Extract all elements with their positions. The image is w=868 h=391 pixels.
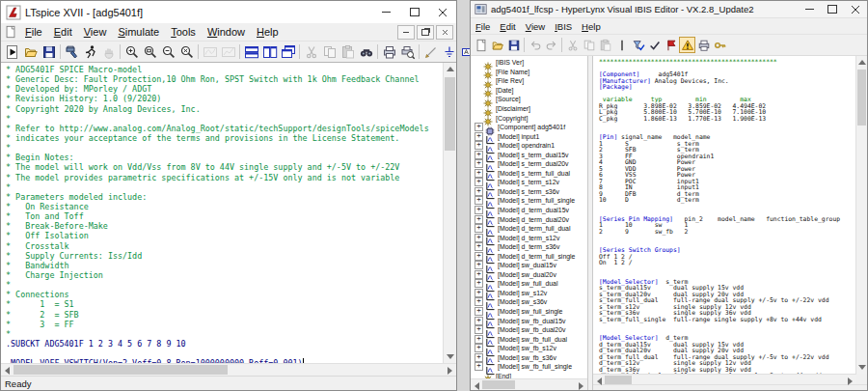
menu-view[interactable]: View: [78, 26, 113, 38]
tree-item[interactable]: +[Model] d_term_s36v: [473, 242, 587, 252]
scroll-left-icon[interactable]: [475, 382, 479, 390]
help-key-icon[interactable]: [712, 37, 728, 53]
tree-item[interactable]: +[Model] input1: [473, 131, 587, 141]
ibis-file-viewer[interactable]: ****************************************…: [593, 56, 855, 374]
scrollbar-thumb[interactable]: [605, 376, 632, 384]
expand-plus-icon[interactable]: +: [475, 159, 483, 168]
redo-icon[interactable]: [543, 37, 559, 53]
find-icon[interactable]: [357, 43, 375, 61]
scroll-left-icon[interactable]: [597, 377, 602, 385]
mdi-restore-icon[interactable]: [417, 25, 434, 40]
scroll-right-icon[interactable]: [579, 382, 583, 390]
ltspice-titlebar[interactable]: LTspice XVII - [adg5401f]: [1, 1, 456, 23]
menu-file[interactable]: File: [471, 21, 495, 32]
check-syntax-icon[interactable]: [646, 37, 663, 53]
tree-item[interactable]: +[Model] sw_full_dual: [473, 279, 587, 289]
tree-item[interactable]: +[Model] sw_fb_s12v: [473, 344, 587, 353]
text-horizontal-scrollbar[interactable]: [593, 374, 856, 384]
tree-item[interactable]: +[Model] sw_fb_full_dual: [473, 334, 587, 344]
copy-icon[interactable]: [320, 43, 339, 61]
close-icon[interactable]: [428, 1, 456, 23]
scrollbar-thumb[interactable]: [445, 77, 455, 151]
tree-item[interactable]: [File Name]: [473, 68, 587, 77]
tree-item[interactable]: +[Model] sw_fb_full_single: [473, 362, 587, 372]
scroll-right-icon[interactable]: [448, 367, 452, 375]
check-model-icon[interactable]: [630, 37, 646, 53]
expand-plus-icon[interactable]: +: [475, 307, 483, 316]
expand-plus-icon[interactable]: +: [475, 242, 483, 251]
ibis-keyword-tree[interactable]: [IBIS Ver][File Name][File Rev][Date][So…: [471, 56, 587, 378]
plot-pane-icon[interactable]: [201, 43, 219, 61]
tree-horizontal-scrollbar[interactable]: [471, 378, 587, 390]
tree-item[interactable]: +[Model] s_term_dual15v: [473, 150, 587, 159]
expand-plus-icon[interactable]: +: [475, 123, 483, 131]
scroll-right-icon[interactable]: [848, 377, 853, 385]
copy-icon[interactable]: [581, 37, 597, 53]
tree-item[interactable]: +[Model] sw_fb_s36v: [473, 353, 587, 363]
scroll-down-icon[interactable]: [447, 354, 454, 359]
save-icon[interactable]: [40, 43, 58, 61]
tree-item[interactable]: +[Model] s_term_full_dual: [473, 169, 587, 179]
scroll-up-icon[interactable]: [858, 60, 866, 65]
halt-icon[interactable]: [99, 43, 118, 61]
expand-plus-icon[interactable]: +: [475, 362, 483, 371]
tree-item[interactable]: +[Model] sw_s36v: [473, 297, 587, 307]
tree-item[interactable]: +[Model] d_term_dual15v: [473, 206, 587, 215]
tree-item[interactable]: [Disclaimer]: [473, 104, 587, 114]
expand-plus-icon[interactable]: +: [475, 206, 483, 214]
save-icon[interactable]: [505, 37, 522, 53]
zoom-back-icon[interactable]: [141, 43, 159, 61]
scrollbar-thumb[interactable]: [857, 70, 866, 126]
editor-vertical-scrollbar[interactable]: [443, 63, 456, 363]
tree-item[interactable]: +[Model] sw_fb_dual20v: [473, 325, 587, 335]
scrollbar-thumb[interactable]: [14, 365, 228, 375]
menu-view[interactable]: View: [521, 21, 550, 32]
open-icon[interactable]: [21, 43, 40, 61]
menu-tools[interactable]: Tools: [165, 26, 202, 38]
ground-icon[interactable]: [440, 43, 458, 61]
tree-item[interactable]: +[Model] d_term_full_single: [473, 251, 587, 261]
undo-icon[interactable]: [527, 37, 543, 53]
menu-window[interactable]: Window: [202, 26, 251, 38]
menu-edit[interactable]: Edit: [48, 26, 78, 38]
warning-icon[interactable]: [679, 37, 695, 53]
menu-ibis[interactable]: IBIS: [550, 21, 577, 32]
tree-item[interactable]: +[Model] d_term_dual20v: [473, 214, 587, 224]
print-icon[interactable]: [380, 43, 398, 61]
tree-item[interactable]: [Copyright]: [473, 113, 587, 123]
menu-file[interactable]: File: [19, 26, 48, 38]
menu-help[interactable]: Help: [251, 26, 285, 38]
tree-item[interactable]: +[Model] sw_full_single: [473, 307, 587, 317]
expand-plus-icon[interactable]: +: [475, 141, 483, 150]
open-icon[interactable]: [489, 37, 505, 53]
ibis-titlebar[interactable]: adg5401f_lfcsp - HyperLynx Visual IBIS E…: [471, 1, 867, 18]
zoom-in-icon[interactable]: [122, 43, 141, 61]
maximize-icon[interactable]: [821, 1, 844, 17]
tree-item[interactable]: [End]: [473, 372, 587, 378]
expand-plus-icon[interactable]: +: [475, 325, 483, 334]
tree-item[interactable]: [Source]: [473, 95, 587, 104]
tree-item[interactable]: +[Model] opendrain1: [473, 141, 587, 151]
print-icon[interactable]: [695, 37, 712, 53]
print-preview-icon[interactable]: [398, 43, 417, 61]
control-panel-icon[interactable]: [63, 43, 81, 61]
mdi-close-icon[interactable]: [436, 25, 453, 40]
wire-icon[interactable]: [421, 43, 440, 61]
tree-item[interactable]: +[Model] s_term_s36v: [473, 187, 587, 197]
tile-vertical-icon[interactable]: [260, 43, 279, 61]
scroll-left-icon[interactable]: [5, 367, 10, 375]
tree-item[interactable]: +[Model] sw_s12v: [473, 289, 587, 298]
scroll-up-icon[interactable]: [447, 67, 454, 71]
spice-code-editor[interactable]: * ADG5401F SPICE Macro-model* Generic De…: [1, 63, 443, 363]
tree-item[interactable]: [IBIS Ver]: [473, 58, 587, 68]
text-vertical-scrollbar[interactable]: [855, 56, 867, 374]
tree-item[interactable]: +[Model] s_term_s12v: [473, 178, 587, 187]
scrollbar-thumb[interactable]: [482, 380, 515, 389]
new-icon[interactable]: [473, 37, 489, 53]
expand-plus-icon[interactable]: +: [475, 344, 483, 352]
zoom-out-icon[interactable]: [159, 43, 177, 61]
cascade-icon[interactable]: [279, 43, 297, 61]
minimize-icon[interactable]: [372, 1, 400, 23]
tree-item[interactable]: +[Model] sw_dual15v: [473, 261, 587, 270]
editor-horizontal-scrollbar[interactable]: [1, 363, 456, 376]
